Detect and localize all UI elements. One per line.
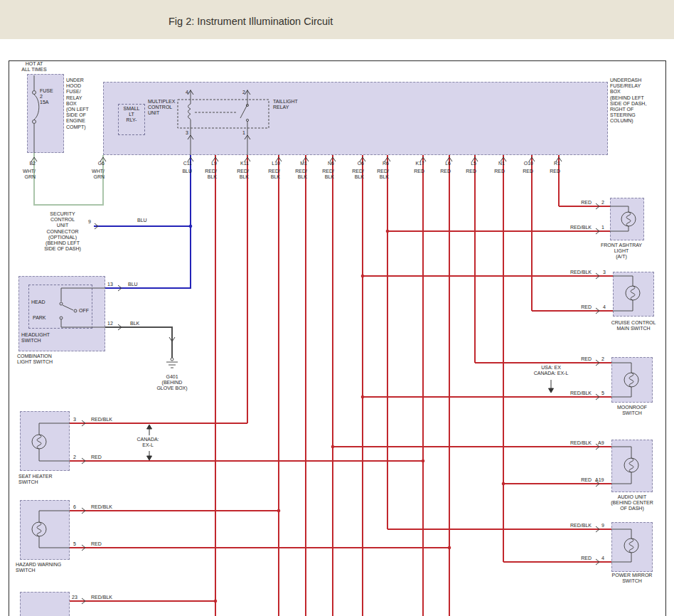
mirror-switch-label: POWER MIRROR SWITCH bbox=[597, 573, 667, 584]
moonroof-switch-box bbox=[611, 357, 653, 403]
audio-unit-label: AUDIO UNIT (BEHIND CENTER OF DASH) bbox=[596, 494, 668, 512]
connector-id-g6: G6 bbox=[76, 161, 105, 166]
connector-id-l10: L10 bbox=[252, 161, 280, 166]
bottom-pin23-label: 23 bbox=[72, 595, 77, 600]
ashtray-light-box bbox=[610, 198, 644, 240]
small-relay-label: SMALL LT RLY- bbox=[119, 106, 144, 124]
moonroof-wire5-label: RED/BLK bbox=[549, 391, 592, 396]
headlight-pin12-label: 12 bbox=[107, 321, 113, 326]
seat-heater-pin2-label: 2 bbox=[73, 455, 76, 460]
ashtray-pin2-label: 2 bbox=[601, 200, 604, 206]
connector-color-k11: RED/ BLK bbox=[220, 169, 249, 180]
connector-id-o6: O6 bbox=[336, 161, 364, 166]
hot-at-all-times-label: HOT AT ALL TIMES bbox=[17, 61, 51, 73]
seat-heater-switch-label: SEAT HEATER SWITCH bbox=[18, 474, 52, 485]
ashtray-pin1-label: 1 bbox=[601, 225, 604, 230]
security-wire-label: BLU bbox=[137, 218, 147, 223]
hazard-switch-box bbox=[20, 500, 70, 560]
relay-pin-4: 4 bbox=[178, 90, 188, 95]
headlight-switch-label: HEADLIGHT SWITCH bbox=[21, 332, 50, 344]
moonroof-pin5-label: 5 bbox=[601, 391, 604, 396]
connector-id-l9: L9 bbox=[188, 161, 217, 166]
canada-exl-note: CANADA: EX-L bbox=[131, 437, 165, 448]
audio-wire-a19-label: RED bbox=[549, 477, 592, 483]
connector-id-k17: K17 bbox=[396, 161, 424, 166]
multiplex-unit-label: MULTIPLEX CONTROL UNIT bbox=[148, 99, 175, 117]
connector-color-m1: RED/ BLK bbox=[279, 169, 307, 180]
seat-heater-pin3-label: 3 bbox=[73, 417, 76, 423]
relay-pin-1: 1 bbox=[235, 130, 245, 136]
connector-color-o10: RED bbox=[505, 169, 533, 174]
connector-color-l5: RED bbox=[448, 169, 476, 174]
connector-color-b2: WHT/ GRN bbox=[7, 169, 36, 180]
title-bar: Fig 2: Instrument Illumination Circuit bbox=[0, 0, 674, 39]
relay-pin-3: 3 bbox=[178, 130, 188, 136]
connector-color-n1: RED bbox=[476, 169, 505, 174]
connector-id-n6: N6 bbox=[306, 161, 334, 166]
cruise-pin3-label: 3 bbox=[603, 270, 606, 275]
connector-color-l9: RED/ BLK bbox=[188, 169, 217, 180]
relay-pin-2: 2 bbox=[235, 90, 245, 95]
seat-heater-wire3-label: RED/BLK bbox=[91, 417, 112, 423]
connector-id-r1: R1 bbox=[532, 161, 560, 166]
connector-id-m1: M1 bbox=[279, 161, 307, 166]
bottom-partial-box bbox=[20, 592, 70, 616]
connector-color-g6: WHT/ GRN bbox=[76, 169, 105, 180]
mirror-switch-box bbox=[611, 522, 653, 572]
hazard-pin6-label: 6 bbox=[73, 504, 76, 510]
moonroof-wire2-label: RED bbox=[549, 356, 592, 362]
underdash-box-label: UNDERDASH FUSE/RELAY BOX (BEHIND LEFT SI… bbox=[610, 78, 646, 124]
cruise-switch-label: CRUISE CONTROL MAIN SWITCH bbox=[596, 320, 671, 331]
headlight-switch-inner-box bbox=[28, 285, 92, 329]
hazard-wire6-label: RED/BLK bbox=[91, 504, 112, 510]
hazard-wire5-label: RED bbox=[91, 541, 102, 547]
headlight-pos-park: PARK bbox=[33, 315, 46, 321]
page: Fig 2: Instrument Illumination Circuit bbox=[0, 0, 674, 616]
ashtray-light-label: FRONT ASHTRAY LIGHT (A/T) bbox=[589, 243, 654, 260]
connector-id-l6: L6 bbox=[422, 161, 451, 166]
connector-color-k17: RED bbox=[396, 169, 424, 174]
mirror-pin4-label: 4 bbox=[601, 556, 604, 561]
connector-id-r6: R6 bbox=[360, 161, 389, 166]
connector-color-n6: RED/ BLK bbox=[306, 169, 334, 180]
connector-id-n1: N1 bbox=[476, 161, 505, 166]
seat-heater-switch-box bbox=[20, 411, 70, 471]
headlight-pin13-label: 13 bbox=[107, 282, 113, 287]
hazard-switch-label: HAZARD WARNING SWITCH bbox=[16, 562, 61, 573]
connector-color-r1: RED bbox=[532, 169, 560, 174]
security-unit-label: SECURITY CONTROL UNIT CONNECTOR (OPTIONA… bbox=[33, 211, 92, 252]
audio-pin-a19-label: A19 bbox=[595, 477, 604, 483]
audio-unit-box bbox=[611, 440, 653, 492]
ground-g401-label: G401 (BEHIND GLOVE BOX) bbox=[149, 374, 195, 392]
fuse-label: FUSE 2 15A bbox=[40, 88, 53, 106]
underhood-box-label: UNDER HOOD FUSE/ RELAY BOX (ON LEFT SIDE… bbox=[66, 78, 89, 130]
bottom-wire23-label: RED/BLK bbox=[91, 595, 112, 600]
moonroof-usa-canada-note: USA: EX CANADA: EX-L bbox=[521, 365, 581, 376]
hazard-pin5-label: 5 bbox=[73, 541, 76, 547]
connector-color-c11: BLU bbox=[164, 169, 192, 174]
headlight-pos-head: HEAD bbox=[31, 299, 45, 305]
mirror-wire9-label: RED/BLK bbox=[549, 523, 592, 529]
cruise-wire3-label: RED/BLK bbox=[549, 270, 592, 275]
seat-heater-wire2-label: RED bbox=[91, 455, 102, 460]
security-pin-label: 9 bbox=[81, 219, 91, 225]
figure-title: Fig 2: Instrument Illumination Circuit bbox=[168, 16, 333, 27]
cruise-switch-box bbox=[613, 272, 654, 317]
mirror-pin9-label: 9 bbox=[601, 523, 604, 529]
underhood-fuse-box bbox=[27, 74, 64, 153]
connector-color-o6: RED/ BLK bbox=[336, 169, 364, 180]
connector-id-b2: B2 bbox=[7, 161, 36, 166]
audio-pin-a9-label: A9 bbox=[598, 440, 604, 446]
headlight-pos-off: OFF bbox=[79, 308, 89, 314]
connector-id-k11: K11 bbox=[220, 161, 249, 166]
cruise-wire4-label: RED bbox=[549, 304, 592, 310]
ashtray-wire2-label: RED bbox=[549, 200, 592, 206]
audio-wire-a9-label: RED/BLK bbox=[549, 440, 592, 446]
headlight-wire12-label: BLK bbox=[130, 321, 139, 326]
combination-switch-label: COMBINATION LIGHT SWITCH bbox=[17, 354, 53, 365]
connector-color-l10: RED/ BLK bbox=[252, 169, 280, 180]
ashtray-wire1-label: RED/BLK bbox=[549, 225, 592, 230]
headlight-wire13-label: BLU bbox=[128, 282, 138, 287]
connector-id-c11: C11 bbox=[164, 161, 192, 166]
moonroof-pin2-label: 2 bbox=[601, 356, 604, 362]
